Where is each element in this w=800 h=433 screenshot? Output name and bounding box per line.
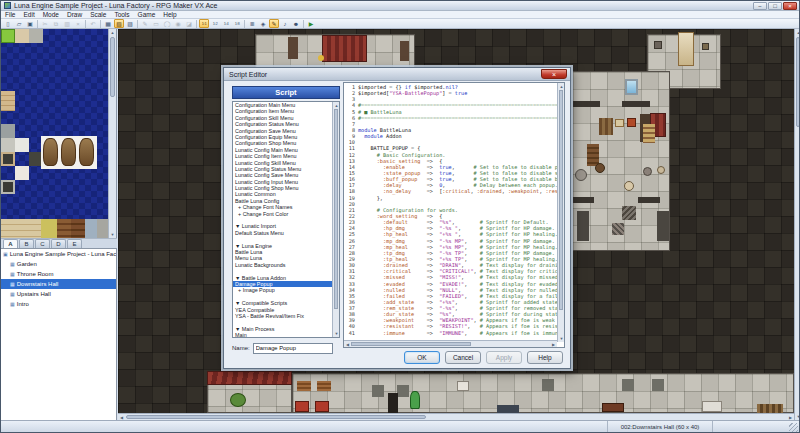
tile-grass[interactable] bbox=[1, 29, 15, 43]
palette-tab-c[interactable]: C bbox=[35, 239, 50, 248]
sound-test-icon[interactable]: ♪ bbox=[280, 19, 290, 28]
menu-help[interactable]: Help bbox=[159, 11, 180, 19]
delete-icon[interactable]: × bbox=[73, 19, 83, 28]
tree-item-upstairs-hall[interactable]: ▦Upstairs Hall bbox=[1, 289, 116, 299]
tile-gray[interactable] bbox=[1, 124, 15, 138]
dialog-close-icon[interactable]: × bbox=[541, 69, 567, 79]
code-lines[interactable]: 1$imported = {} if $imported.nil?2$impor… bbox=[344, 84, 557, 340]
script-list-scrollbar[interactable]: ▲ ▼ bbox=[332, 102, 339, 337]
script-item[interactable]: Main bbox=[233, 332, 339, 338]
scroll-up-icon[interactable]: ▲ bbox=[109, 29, 116, 36]
code-vscroll-thumb[interactable] bbox=[559, 90, 563, 310]
menu-edit[interactable]: Edit bbox=[19, 11, 38, 19]
script-name-input[interactable] bbox=[253, 343, 333, 354]
statue-sprite[interactable] bbox=[79, 138, 94, 166]
map-vscrollbar[interactable]: ▲ ▼ bbox=[794, 29, 800, 420]
paste-icon[interactable]: ▥ bbox=[62, 19, 72, 28]
scroll-right-icon[interactable]: ▶ bbox=[550, 341, 557, 348]
script-editor-icon[interactable]: ✎ bbox=[269, 19, 279, 28]
script-list-scroll-thumb[interactable] bbox=[334, 109, 338, 309]
region-mode-icon[interactable]: ▨ bbox=[125, 19, 135, 28]
new-project-icon[interactable]: ▯ bbox=[3, 19, 13, 28]
undo-icon[interactable]: ↶ bbox=[88, 19, 98, 28]
close-icon[interactable]: × bbox=[783, 2, 797, 10]
map-vscroll-thumb[interactable] bbox=[796, 37, 800, 127]
tile-dark-frame2[interactable] bbox=[1, 180, 15, 194]
code-hscroll-thumb[interactable] bbox=[351, 342, 471, 346]
zoom-1-4-icon[interactable]: 1:4 bbox=[221, 19, 231, 28]
scroll-down-icon[interactable]: ▼ bbox=[795, 413, 800, 420]
open-project-icon[interactable]: ▱ bbox=[14, 19, 24, 28]
tree-item-garden[interactable]: ▦Garden bbox=[1, 259, 116, 269]
dialog-title-bar[interactable]: Script Editor bbox=[224, 68, 570, 81]
tree-item-intro[interactable]: ▦Intro bbox=[1, 299, 116, 309]
pencil-tool-icon[interactable]: ✎ bbox=[140, 19, 150, 28]
scroll-up-icon[interactable]: ▲ bbox=[795, 29, 800, 36]
menu-game[interactable]: Game bbox=[134, 11, 160, 19]
code-editor[interactable]: 1$imported = {} if $imported.nil?2$impor… bbox=[343, 82, 565, 348]
tile-steel[interactable] bbox=[85, 219, 97, 238]
shadow-pen-tool-icon[interactable]: ◪ bbox=[184, 19, 194, 28]
cut-icon[interactable]: ✂ bbox=[40, 19, 50, 28]
scroll-down-icon[interactable]: ▼ bbox=[109, 231, 116, 238]
tree-item-downstairs-hall[interactable]: ▦Downstairs Hall bbox=[1, 279, 116, 289]
save-project-icon[interactable]: ▣ bbox=[25, 19, 35, 28]
statue-sprite[interactable] bbox=[61, 138, 76, 166]
palette-scroll-thumb[interactable] bbox=[110, 37, 115, 97]
scroll-left-icon[interactable]: ◀ bbox=[344, 341, 351, 348]
menu-mode[interactable]: Mode bbox=[39, 11, 63, 19]
flood-fill-tool-icon[interactable]: ◉ bbox=[173, 19, 183, 28]
palette-tab-b[interactable]: B bbox=[19, 239, 34, 248]
scroll-down-icon[interactable]: ▼ bbox=[333, 330, 340, 337]
menu-file[interactable]: File bbox=[1, 11, 19, 19]
scroll-up-icon[interactable]: ▲ bbox=[558, 83, 565, 90]
palette-tab-a[interactable]: A bbox=[3, 239, 18, 248]
copy-icon[interactable]: ⧉ bbox=[51, 19, 61, 28]
tree-item-throne-room[interactable]: ▦Throne Room bbox=[1, 269, 116, 279]
scroll-down-icon[interactable]: ▼ bbox=[558, 335, 565, 342]
code-vscrollbar[interactable]: ▲ ▼ bbox=[557, 83, 564, 342]
map-hscrollbar[interactable]: ◀ ▶ bbox=[118, 413, 794, 420]
materials-icon[interactable]: ◈ bbox=[258, 19, 268, 28]
tile-sand[interactable] bbox=[15, 29, 29, 43]
tile-stone[interactable] bbox=[29, 29, 43, 43]
menu-scale[interactable]: Scale bbox=[86, 11, 110, 19]
help-button[interactable]: Help bbox=[527, 351, 563, 364]
palette-scrollbar[interactable]: ▲ ▼ bbox=[108, 29, 116, 238]
tile-olive[interactable] bbox=[41, 219, 57, 238]
tile-shelf[interactable] bbox=[57, 219, 71, 238]
tile-dark-frame[interactable] bbox=[1, 152, 15, 166]
ellipse-tool-icon[interactable]: ◯ bbox=[162, 19, 172, 28]
zoom-1-2-icon[interactable]: 1:2 bbox=[210, 19, 220, 28]
character-generator-icon[interactable]: ☻ bbox=[291, 19, 301, 28]
tile-bricks[interactable] bbox=[1, 91, 15, 111]
cancel-button[interactable]: Cancel bbox=[445, 351, 481, 364]
tile-floor-light[interactable] bbox=[15, 138, 29, 152]
code-hscrollbar[interactable]: ◀ ▶ bbox=[344, 340, 557, 347]
map-mode-icon[interactable]: ▦ bbox=[103, 19, 113, 28]
event-mode-icon[interactable]: ▧ bbox=[114, 19, 124, 28]
ok-button[interactable]: OK bbox=[404, 351, 440, 364]
minimize-icon[interactable]: − bbox=[753, 2, 767, 10]
tile-shelf2[interactable] bbox=[71, 219, 85, 238]
database-icon[interactable]: ≣ bbox=[247, 19, 257, 28]
resize-grip-icon[interactable] bbox=[789, 423, 798, 432]
tile-white[interactable] bbox=[15, 166, 29, 180]
palette-tab-d[interactable]: D bbox=[51, 239, 66, 248]
window-title-bar[interactable]: Luna Engine Sample Project - Luna Factor… bbox=[1, 1, 799, 11]
zoom-1-1-icon[interactable]: 1:1 bbox=[199, 19, 209, 28]
map-hscroll-thumb[interactable] bbox=[126, 415, 426, 419]
tileset-canvas[interactable] bbox=[1, 29, 109, 238]
rectangle-tool-icon[interactable]: ▭ bbox=[151, 19, 161, 28]
tile-floor[interactable] bbox=[1, 138, 15, 152]
zoom-1-8-icon[interactable]: 1:8 bbox=[232, 19, 242, 28]
statue-sprite[interactable] bbox=[43, 138, 58, 166]
tile-wood-floor[interactable] bbox=[1, 219, 41, 238]
menu-draw[interactable]: Draw bbox=[63, 11, 86, 19]
palette-tab-e[interactable]: E bbox=[67, 239, 82, 248]
scroll-up-icon[interactable]: ▲ bbox=[333, 102, 340, 109]
menu-tools[interactable]: Tools bbox=[110, 11, 133, 19]
playtest-icon[interactable]: ▶ bbox=[306, 19, 316, 28]
maximize-icon[interactable]: □ bbox=[768, 2, 782, 10]
tree-root[interactable]: ▣Luna Engine Sample Project - Luna Fact bbox=[1, 249, 116, 259]
